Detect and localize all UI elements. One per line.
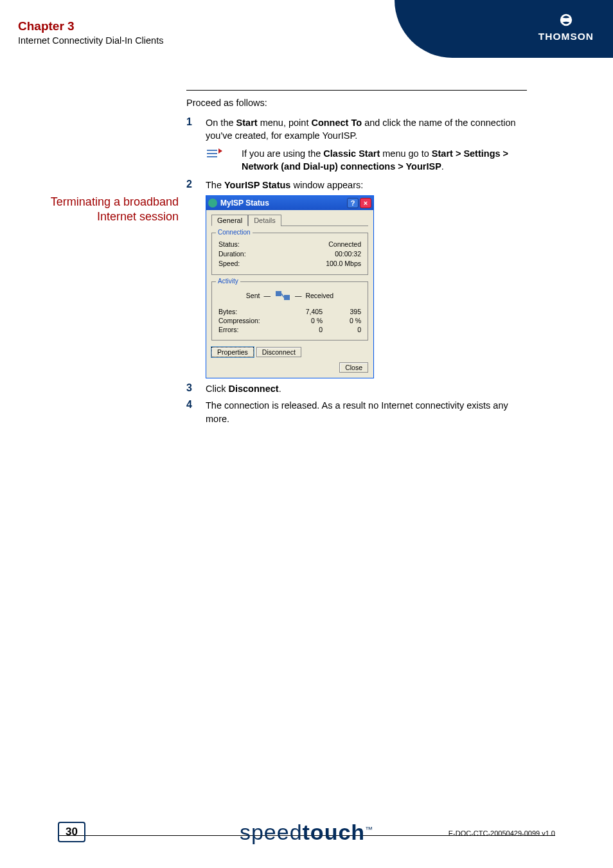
bytes-sent: 7,405: [284, 308, 323, 315]
close-icon[interactable]: ×: [360, 198, 371, 208]
received-label: Received: [305, 292, 333, 299]
compression-sent: 0 %: [284, 317, 323, 324]
svg-rect-1: [207, 150, 217, 151]
step-number: 2: [186, 179, 206, 191]
svg-rect-5: [284, 295, 290, 300]
step-1-text: On the Start menu, point Connect To and …: [206, 116, 527, 143]
page-footer: 30 speedtouch™ E-DOC-CTC-20050429-0099 v…: [0, 835, 613, 842]
step-number: 3: [186, 382, 206, 395]
compression-label: Compression:: [218, 317, 284, 324]
svg-rect-2: [207, 153, 217, 154]
brand-name: THOMSON: [538, 31, 594, 42]
dialog-title: MyISP Status: [220, 199, 269, 208]
step-number: 4: [186, 399, 206, 425]
activity-group: Activity Sent — — Received Bytes:7,40539…: [211, 281, 368, 341]
speed-label: Speed:: [218, 260, 240, 267]
speedtouch-logo: speedtouch™: [240, 820, 373, 845]
activity-group-label: Activity: [216, 278, 240, 285]
errors-sent: 0: [284, 326, 323, 333]
properties-button[interactable]: Properties: [211, 347, 254, 357]
sent-label: Sent: [246, 292, 260, 299]
speed-value: 100.0 Mbps: [326, 260, 361, 267]
status-value: Connected: [328, 240, 361, 248]
section-caption: Terminating a broadband Internet session: [18, 195, 179, 224]
classic-start-note: If you are using the Classic Start menu …: [206, 147, 527, 173]
connection-group: Connection Status:Connected Duration:00:…: [211, 233, 368, 275]
connection-app-icon: [208, 199, 217, 208]
bytes-received: 395: [323, 308, 361, 315]
myisp-status-dialog: MyISP Status ? × General Details Connect…: [206, 195, 374, 378]
errors-label: Errors:: [218, 326, 284, 333]
duration-value: 00:00:32: [335, 250, 361, 258]
svg-rect-4: [276, 291, 281, 296]
help-button[interactable]: ?: [347, 198, 359, 208]
svg-rect-3: [207, 156, 217, 157]
tab-general[interactable]: General: [211, 215, 248, 226]
step-2-text: The YourISP Status window appears:: [206, 179, 527, 191]
disconnect-button[interactable]: Disconnect: [256, 347, 301, 357]
errors-received: 0: [323, 326, 361, 333]
lead-text: Proceed as follows:: [186, 97, 527, 110]
connection-group-label: Connection: [216, 229, 253, 236]
step-3-text: Click Disconnect.: [206, 382, 527, 395]
dialog-titlebar[interactable]: MyISP Status ? ×: [206, 196, 373, 210]
step-number: 1: [186, 116, 206, 143]
network-icon: [274, 288, 291, 303]
thomson-logo-icon: [559, 13, 573, 27]
brand-ribbon: THOMSON: [395, 0, 613, 58]
duration-label: Duration:: [218, 250, 246, 258]
compression-received: 0 %: [323, 317, 361, 324]
doc-id: E-DOC-CTC-20050429-0099 v1.0: [449, 829, 555, 837]
top-rule: [186, 90, 527, 91]
close-button[interactable]: Close: [339, 362, 368, 373]
status-label: Status:: [218, 240, 240, 248]
page-number: 30: [58, 822, 85, 842]
note-icon: [206, 147, 224, 161]
step-4-text: The connection is released. As a result …: [206, 399, 527, 425]
tab-details[interactable]: Details: [248, 215, 281, 226]
page-header: Chapter 3 Internet Connectivity Dial-In …: [0, 0, 613, 64]
bytes-label: Bytes:: [218, 308, 284, 315]
